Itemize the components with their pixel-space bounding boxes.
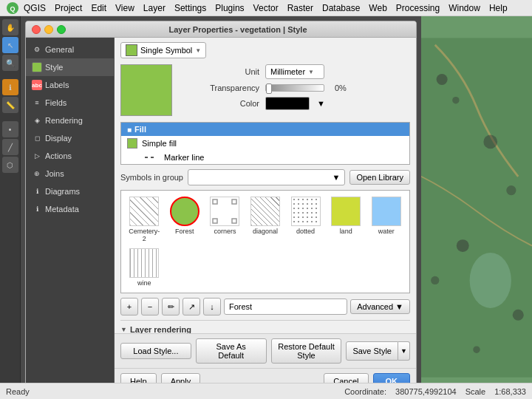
symbol-img-cemetery [129, 197, 159, 226]
symbol-img-land [331, 197, 361, 226]
remove-symbol-button[interactable]: − [141, 298, 159, 316]
nav-display[interactable]: ◻ Display [26, 129, 114, 147]
labels-icon: abc [32, 80, 42, 90]
symbol-tile-cemetery[interactable]: Cemetery-2 [126, 195, 163, 244]
symbol-label-water: water [378, 228, 395, 235]
symbol-settings: Unit Millimeter ▼ Transparency [178, 64, 410, 116]
share-symbol-button[interactable]: ↗ [183, 298, 200, 316]
menu-database[interactable]: Database [322, 3, 360, 13]
symbols-group-dropdown[interactable]: ▼ [188, 169, 345, 185]
color-swatch[interactable] [265, 97, 310, 110]
point-tool[interactable]: • [2, 121, 18, 137]
unit-value: Millimeter [270, 67, 305, 76]
menu-window[interactable]: Window [449, 3, 480, 13]
transparency-handle [266, 83, 272, 94]
menu-settings[interactable]: Settings [174, 3, 206, 13]
restore-default-button[interactable]: Restore Default Style [271, 338, 342, 364]
color-dropdown-arrow[interactable]: ▼ [317, 99, 325, 108]
select-tool[interactable]: ↖ [2, 37, 18, 53]
svg-text:Q: Q [10, 5, 15, 13]
symbol-img-corners [210, 197, 239, 226]
symbol-img-forest [170, 197, 200, 226]
maximize-button[interactable] [57, 25, 66, 34]
style-color-box [32, 62, 42, 72]
zoom-in-tool[interactable]: 🔍 [2, 55, 18, 71]
load-style-button[interactable]: Load Style... [120, 343, 191, 359]
marker-line-row[interactable]: Marker line [121, 151, 409, 164]
nav-actions[interactable]: ▷ Actions [26, 147, 114, 165]
menu-plugins[interactable]: Plugins [215, 3, 244, 13]
nav-general[interactable]: ⚙ General [26, 41, 114, 58]
save-as-default-button[interactable]: Save As Default [196, 338, 267, 364]
menubar: Q QGIS Project Edit View Layer Settings … [0, 0, 532, 16]
symbol-tile-forest[interactable]: Forest [166, 195, 204, 244]
svg-point-10 [506, 185, 516, 195]
menu-help[interactable]: Help [489, 3, 508, 13]
transparency-row: Transparency 0% [178, 83, 410, 92]
menu-raster[interactable]: Raster [287, 3, 313, 13]
menu-project[interactable]: Project [55, 3, 82, 13]
symbol-tile-diagonal[interactable]: diagonal [247, 195, 284, 244]
polygon-tool[interactable]: ⬡ [2, 157, 18, 173]
coordinate-value: 380775,4992104 [395, 387, 457, 396]
advanced-button[interactable]: Advanced ▼ [350, 299, 410, 314]
nav-general-label: General [45, 45, 74, 54]
fill-layer-header: ■ Fill [121, 123, 409, 136]
symbol-tile-corners[interactable]: corners [206, 195, 244, 244]
menu-web[interactable]: Web [369, 3, 386, 13]
down-symbol-button[interactable]: ↓ [203, 298, 221, 316]
symbol-type-dropdown[interactable]: Single Symbol ▼ [120, 42, 206, 58]
menu-items: QGIS Project Edit View Layer Settings Pl… [24, 3, 508, 13]
nav-diagrams[interactable]: ℹ Diagrams [26, 183, 114, 200]
symbol-tile-wine[interactable]: wine [126, 247, 163, 288]
nav-labels[interactable]: abc Labels [26, 76, 114, 94]
minimize-button[interactable] [44, 25, 53, 34]
symbol-tile-water[interactable]: water [367, 195, 405, 244]
symbol-tile-dotted[interactable]: dotted [287, 195, 324, 244]
unit-dropdown[interactable]: Millimeter ▼ [265, 64, 324, 79]
unit-arrow: ▼ [308, 69, 314, 75]
nav-rendering-label: Rendering [45, 116, 83, 125]
save-style-dropdown-button[interactable]: ▼ [398, 341, 410, 361]
menu-qgis[interactable]: QGIS [24, 3, 46, 13]
svg-point-13 [513, 310, 524, 321]
nav-fields[interactable]: ≡ Fields [26, 94, 114, 112]
transparency-label: Transparency [178, 83, 259, 92]
nav-rendering[interactable]: ◈ Rendering [26, 112, 114, 129]
symbol-name-input[interactable] [224, 299, 347, 315]
layer-properties-dialog: Layer Properties - vegetation | Style ⚙ … [25, 21, 417, 395]
symbol-tile-land[interactable]: land [327, 195, 365, 244]
pan-tool[interactable]: ✋ [2, 19, 18, 35]
simple-fill-row[interactable]: Simple fill [121, 136, 409, 151]
menu-view[interactable]: View [115, 3, 134, 13]
svg-point-11 [457, 239, 469, 252]
line-tool[interactable]: ╱ [2, 139, 18, 155]
map-area[interactable] [421, 16, 532, 399]
nav-style[interactable]: Style [26, 58, 114, 76]
status-text: Ready [6, 387, 30, 396]
layer-rendering-header[interactable]: ▼ Layer rendering [120, 325, 410, 333]
simple-fill-label: Simple fill [142, 139, 177, 148]
save-style-button[interactable]: Save Style [346, 341, 398, 361]
nav-metadata[interactable]: ℹ Metadata [26, 200, 114, 218]
edit-symbol-button[interactable]: ✏ [162, 298, 180, 316]
simple-fill-color [127, 138, 137, 149]
statusbar: Ready Coordinate: 380775,4992104 Scale 1… [0, 383, 532, 399]
menu-vector[interactable]: Vector [253, 3, 279, 13]
add-symbol-button[interactable]: + [120, 298, 138, 316]
nav-joins[interactable]: ⊕ Joins [26, 165, 114, 183]
close-button[interactable] [32, 25, 41, 34]
section-arrow-icon: ▼ [120, 326, 127, 333]
symbol-label-dotted: dotted [296, 228, 315, 235]
open-library-button[interactable]: Open Library [349, 170, 410, 185]
advanced-label: Advanced [357, 302, 393, 311]
color-row: Color ▼ [178, 97, 410, 110]
menu-layer[interactable]: Layer [143, 3, 166, 13]
identify-tool[interactable]: ℹ [2, 79, 18, 95]
menu-processing[interactable]: Processing [396, 3, 440, 13]
svg-point-14 [473, 347, 480, 353]
symbol-type-icon [126, 44, 137, 56]
measure-tool[interactable]: 📏 [2, 97, 18, 113]
transparency-slider[interactable] [265, 84, 324, 92]
menu-edit[interactable]: Edit [91, 3, 106, 13]
